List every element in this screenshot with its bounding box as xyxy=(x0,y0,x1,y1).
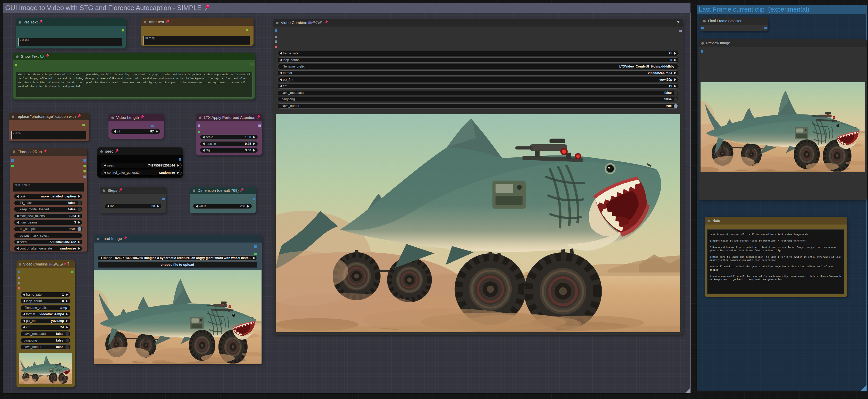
svg-text:H: H xyxy=(57,263,59,266)
svg-text:S: S xyxy=(320,22,321,24)
svg-text:V: V xyxy=(54,263,55,266)
svg-text:S: S xyxy=(61,263,62,266)
svg-text:H: H xyxy=(317,22,318,24)
svg-text:V: V xyxy=(314,22,315,24)
